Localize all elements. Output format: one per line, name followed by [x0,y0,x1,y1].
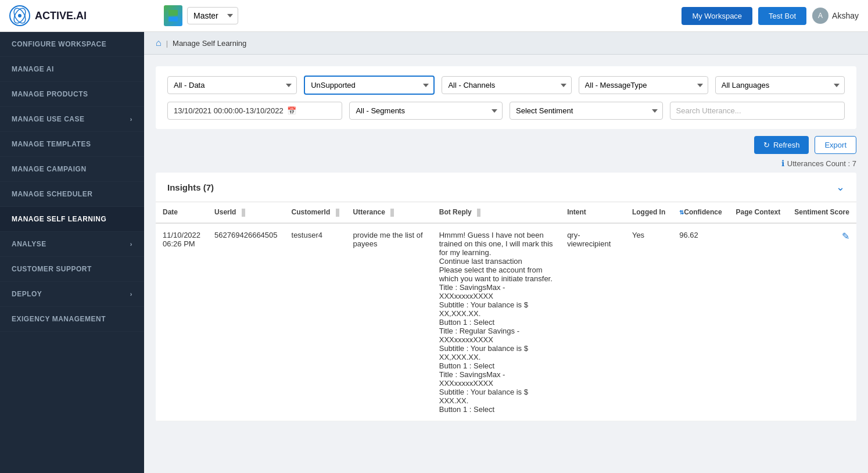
col-confidence: ⇅Confidence [672,202,729,223]
chevron-right-icon: › [130,291,132,298]
segment-filter[interactable]: All - Segments Segment 1 Segment 2 [349,102,503,120]
col-logged-in: Logged In [625,202,672,223]
search-utterance-input[interactable] [670,102,845,120]
refresh-label: Refresh [773,141,800,149]
col-customerid: CustomerId [285,202,346,223]
sidebar-item-label: MANAGE SELF LEARNING [12,215,106,223]
cell-customerid: testuser4 [285,223,346,421]
edit-icon[interactable]: ✎ [842,231,849,242]
sidebar-item-label: MANAGE USE CASE [12,115,85,123]
refresh-icon: ↻ [763,141,770,149]
sidebar-item-manage-ai[interactable]: MANAGE AI [0,57,144,82]
breadcrumb-separator: | [166,39,168,48]
date-range-value: 13/10/2021 00:00:00-13/10/2022 [174,106,284,115]
resize-handle[interactable] [390,209,394,217]
resize-handle[interactable] [242,209,245,217]
avatar: A [812,8,828,24]
col-utterance: Utterance [346,202,432,223]
collapse-icon[interactable]: ⌄ [836,181,845,193]
col-sentiment-score: Sentiment Score [787,202,856,223]
chevron-right-icon: › [130,116,132,123]
sidebar-item-label: MANAGE TEMPLATES [12,140,91,148]
my-workspace-button[interactable]: My Workspace [682,7,752,25]
sidebar-item-label: EXIGENCY MANAGEMENT [12,315,106,323]
col-userid: UserId [207,202,284,223]
cell-page-context [729,223,788,421]
sidebar-item-customer-support[interactable]: CUSTOMER SUPPORT [0,257,144,282]
date-range-picker[interactable]: 13/10/2021 00:00:00-13/10/2022 📅 [167,102,342,120]
sidebar-item-label: DEPLOY [12,290,42,298]
layout: CONFIGURE WORKSPACE MANAGE AI MANAGE PRO… [0,32,868,473]
svg-rect-4 [168,10,178,16]
sidebar-item-label: MANAGE SCHEDULER [12,190,92,198]
utterances-count-text: Utterances Count : 7 [787,159,856,168]
insights-panel: Insights (7) ⌄ Date UserId CustomerId Ut… [156,173,856,421]
main-content: ⌂ | Manage Self Learning All - Data Supp… [144,32,868,473]
sidebar-item-deploy[interactable]: DEPLOY › [0,282,144,307]
svg-rect-5 [168,17,178,21]
sidebar-item-analyse[interactable]: ANALYSE › [0,232,144,257]
sidebar-item-label: MANAGE PRODUCTS [12,90,88,98]
channel-filter[interactable]: All - Channels Web Mobile [442,76,571,94]
unsupported-filter[interactable]: UnSupported All - Data Supported [304,76,435,95]
cell-date: 11/10/202206:26 PM [156,223,207,421]
refresh-button[interactable]: ↻ Refresh [754,136,809,154]
cell-bot-reply: Hmmm! Guess I have not been trained on t… [432,223,560,421]
table-header-row: Date UserId CustomerId Utterance Bot Rep… [156,202,856,223]
table-row: 11/10/202206:26 PM 562769426664505 testu… [156,223,856,421]
logo-icon [9,5,30,26]
svg-point-3 [18,14,21,17]
logo-area: ACTIVE.AI [9,5,155,26]
workspace-dropdown[interactable]: Master Dev Staging [187,7,238,24]
chevron-right-icon: › [130,241,132,248]
insights-header: Insights (7) ⌄ [156,173,856,202]
calendar-icon[interactable]: 📅 [287,106,296,115]
filter-row-1: All - Data Supported UnSupported UnSuppo… [167,76,845,95]
top-nav: ACTIVE.AI Master Dev Staging My Workspac… [0,0,868,32]
cell-userid: 562769426664505 [207,223,284,421]
app-logo-text: ACTIVE.AI [35,10,87,22]
sidebar-item-manage-campaign[interactable]: MANAGE CAMPAIGN [0,157,144,182]
sidebar-item-manage-scheduler[interactable]: MANAGE SCHEDULER [0,182,144,207]
filter-panel: All - Data Supported UnSupported UnSuppo… [156,66,856,129]
user-area: A Akshay [812,8,859,24]
export-button[interactable]: Export [815,136,856,154]
sidebar-item-label: MANAGE AI [12,65,54,73]
workspace-selector: Master Dev Staging [164,5,238,26]
resize-handle[interactable] [336,209,339,217]
cell-intent: qry-viewrecipient [560,223,625,421]
language-filter[interactable]: All Languages English Spanish [715,76,845,94]
sidebar-item-exigency-management[interactable]: EXIGENCY MANAGEMENT [0,307,144,332]
sort-icon[interactable]: ⇅ [679,209,684,216]
home-icon[interactable]: ⌂ [156,38,162,48]
message-type-filter[interactable]: All - MessageType Text Button [579,76,708,94]
info-icon: ℹ [781,159,784,168]
all-data-filter[interactable]: All - Data Supported UnSupported [167,76,297,94]
nav-right: My Workspace Test Bot A Akshay [682,7,859,25]
sentiment-filter[interactable]: Select Sentiment Positive Negative Neutr… [510,102,663,120]
sidebar-item-label: MANAGE CAMPAIGN [12,165,87,173]
col-page-context: Page Context [729,202,788,223]
cell-utterance: provide me the list of payees [346,223,432,421]
cell-logged-in: Yes [625,223,672,421]
sidebar-item-label: ANALYSE [12,240,46,248]
col-bot-reply: Bot Reply [432,202,560,223]
utterances-count: ℹ Utterances Count : 7 [156,159,856,168]
sidebar-item-label: CONFIGURE WORKSPACE [12,40,106,48]
action-row: ↻ Refresh Export [156,136,856,154]
workspace-thumb [164,5,182,26]
sidebar-item-manage-self-learning[interactable]: MANAGE SELF LEARNING [0,207,144,232]
sidebar: CONFIGURE WORKSPACE MANAGE AI MANAGE PRO… [0,32,144,473]
resize-handle[interactable] [477,209,480,217]
filter-row-2: 13/10/2021 00:00:00-13/10/2022 📅 All - S… [167,102,845,120]
test-bot-button[interactable]: Test Bot [758,7,806,25]
sidebar-item-manage-products[interactable]: MANAGE PRODUCTS [0,82,144,107]
user-name: Akshay [832,11,859,20]
sidebar-item-manage-use-case[interactable]: MANAGE USE CASE › [0,107,144,132]
content-area: All - Data Supported UnSupported UnSuppo… [144,55,868,473]
cell-confidence: 96.62 [672,223,729,421]
breadcrumb-current: Manage Self Learning [173,39,246,48]
col-intent: Intent [560,202,625,223]
sidebar-item-manage-templates[interactable]: MANAGE TEMPLATES [0,132,144,157]
sidebar-item-configure-workspace[interactable]: CONFIGURE WORKSPACE [0,32,144,57]
